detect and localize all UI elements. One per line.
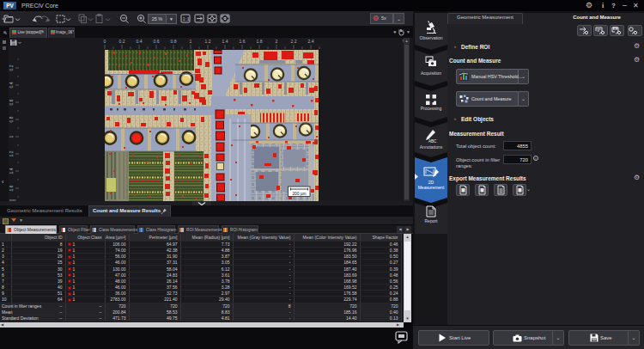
svg-text:2.4: 2.4 [308,39,314,44]
svg-text:Annotations: Annotations [420,144,443,150]
svg-text:1.6: 1.6 [9,185,14,191]
svg-text:1.8: 1.8 [257,39,263,44]
svg-text:0.2: 0.2 [119,39,125,44]
svg-text:0.8: 0.8 [9,116,14,122]
svg-text:0.6: 0.6 [154,39,160,44]
svg-text:ABC: ABC [428,139,437,144]
svg-text:1.2: 1.2 [9,150,14,156]
svg-text:1: 1 [190,39,192,44]
svg-text:0.2: 0.2 [9,64,14,70]
svg-text:Observation: Observation [420,35,443,40]
svg-text:1.4: 1.4 [9,168,14,174]
svg-text:Processing: Processing [421,106,442,111]
svg-text:0.6: 0.6 [9,99,14,105]
svg-text:1:1: 1:1 [183,16,191,21]
svg-text:1: 1 [9,135,14,138]
svg-text:2.2: 2.2 [291,39,297,44]
svg-text:2: 2 [276,39,278,44]
svg-text:1.4: 1.4 [222,39,228,44]
svg-text:0.4: 0.4 [9,82,14,88]
svg-text:Acquisition: Acquisition [421,70,441,76]
svg-text:0.8: 0.8 [171,39,177,44]
svg-text:Measurement: Measurement [418,185,445,190]
svg-text:Report: Report [424,218,438,223]
svg-text:0: 0 [104,39,106,44]
svg-text:1.6: 1.6 [240,39,246,44]
svg-text:200 µm: 200 µm [292,192,306,196]
svg-text:1.2: 1.2 [205,39,211,44]
svg-text:0.4: 0.4 [137,39,143,44]
